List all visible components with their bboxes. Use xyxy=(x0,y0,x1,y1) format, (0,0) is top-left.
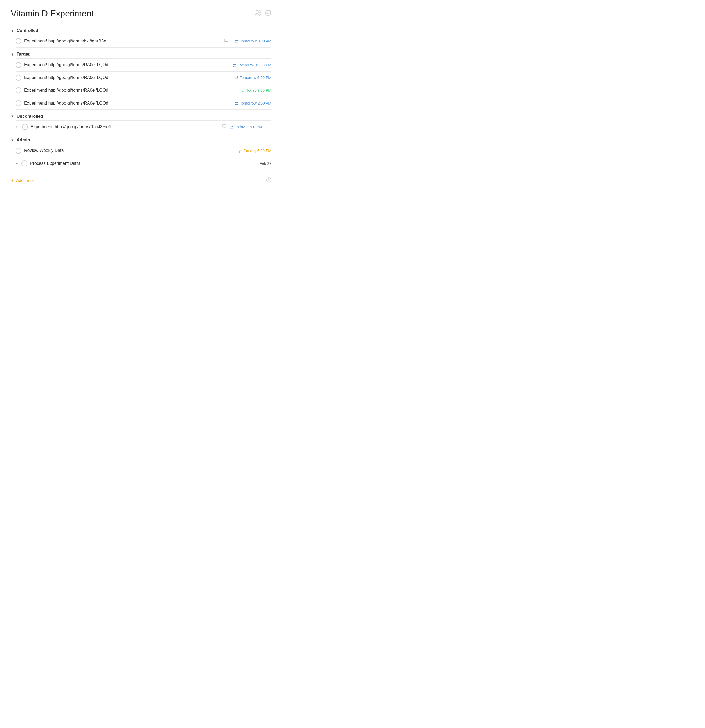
task-checkbox[interactable] xyxy=(16,148,22,154)
task-checkbox[interactable] xyxy=(16,38,22,44)
task-expand-arrow[interactable]: ▶ xyxy=(16,162,19,165)
header-icons xyxy=(255,10,271,18)
task-text: Review Weekly Data xyxy=(24,147,236,153)
history-icon[interactable] xyxy=(266,177,271,184)
task-item: Experiment! http://goo.gl/forms/RA0eifLQ… xyxy=(16,58,271,71)
task-checkbox[interactable] xyxy=(22,160,27,166)
section-title-target: Target xyxy=(17,52,30,57)
task-item: Experiment! http://goo.gl/forms/RA0eifLQ… xyxy=(16,97,271,110)
repeat-icon xyxy=(235,101,239,105)
due-date[interactable]: Tomorrow 5:00 PM xyxy=(235,75,271,80)
settings-icon[interactable] xyxy=(265,10,271,18)
section-target: ▼ Target Experiment! http://goo.gl/forms… xyxy=(11,50,271,110)
section-arrow-target: ▼ xyxy=(11,52,14,56)
add-task-row: + Add Task xyxy=(11,172,271,186)
due-date-text: Tomorrow 12:00 PM xyxy=(238,63,271,67)
due-date[interactable]: Feb 27 xyxy=(260,161,271,166)
add-task-label: Add Task xyxy=(16,178,34,183)
repeat-icon xyxy=(238,149,242,153)
task-meta: Tomorrow 12:00 PM xyxy=(233,63,271,67)
task-item: Experiment! http://goo.gl/forms/RA0eifLQ… xyxy=(16,84,271,97)
section-arrow-uncontrolled: ▼ xyxy=(11,114,14,118)
section-header-controlled[interactable]: ▼ Controlled xyxy=(11,26,271,35)
task-meta: Tomorrow 5:00 PM xyxy=(235,75,271,80)
task-checkbox[interactable] xyxy=(16,75,22,81)
section-header-uncontrolled[interactable]: ▼ Uncontrolled xyxy=(11,112,271,120)
task-text: Experiment! http://goo.gl/forms/RA0eifLQ… xyxy=(24,100,232,106)
task-checkbox[interactable] xyxy=(22,124,28,130)
svg-rect-3 xyxy=(222,125,226,127)
due-date-text: Feb 27 xyxy=(260,161,271,166)
task-text: Experiment! http://goo.gl/forms/RA0eifLQ… xyxy=(24,62,230,68)
due-date-text: Tomorrow 2:00 AM xyxy=(240,101,271,105)
task-meta: Tomorrow 2:00 AM xyxy=(235,101,271,105)
task-link[interactable]: http://goo.gl/forms/bkI8qnrR5e xyxy=(48,39,106,43)
comment-icon xyxy=(222,124,226,130)
task-text: Process Experiment Data! xyxy=(30,160,257,166)
more-options-button[interactable]: ··· xyxy=(265,124,271,130)
task-meta: Today 11:00 PM ··· xyxy=(222,124,271,130)
task-link[interactable]: http://goo.gl/forms/RcnJ3Yiofl xyxy=(55,124,111,129)
task-checkbox[interactable] xyxy=(16,62,22,68)
section-title-controlled: Controlled xyxy=(17,28,38,33)
due-date[interactable]: Tomorrow 2:00 AM xyxy=(235,101,271,105)
task-item: Experiment! http://goo.gl/forms/RA0eifLQ… xyxy=(16,71,271,84)
task-text: Experiment! http://goo.gl/forms/bkI8qnrR… xyxy=(24,38,221,44)
task-meta: Today 9:00 PM xyxy=(241,88,271,92)
section-controlled: ▼ Controlled Experiment! http://goo.gl/f… xyxy=(11,26,271,48)
task-text: Experiment! http://goo.gl/forms/RcnJ3Yio… xyxy=(31,124,219,130)
repeat-icon xyxy=(235,39,239,43)
due-date[interactable]: Today 9:00 PM xyxy=(241,88,271,92)
section-title-uncontrolled: Uncontrolled xyxy=(17,114,43,119)
task-item: ≡Experiment! http://goo.gl/forms/RcnJ3Yi… xyxy=(16,120,271,133)
task-checkbox[interactable] xyxy=(16,100,22,106)
comment-count: 1 xyxy=(229,39,232,43)
section-arrow-controlled: ▼ xyxy=(11,29,14,33)
svg-rect-2 xyxy=(224,39,228,42)
repeat-icon xyxy=(235,75,239,80)
repeat-icon xyxy=(230,125,234,129)
svg-point-1 xyxy=(259,11,261,13)
task-list-controlled: Experiment! http://goo.gl/forms/bkI8qnrR… xyxy=(16,35,271,48)
comment-badge[interactable] xyxy=(222,124,226,130)
section-uncontrolled: ▼ Uncontrolled ≡Experiment! http://goo.g… xyxy=(11,112,271,133)
section-arrow-admin: ▼ xyxy=(11,138,14,142)
task-list-admin: Review Weekly Data Sunday 6:00 PM ▶Proce… xyxy=(16,144,271,170)
section-admin: ▼ Admin Review Weekly Data Sunday 6:00 P… xyxy=(11,136,271,170)
task-text: Experiment! http://goo.gl/forms/RA0eifLQ… xyxy=(24,75,232,81)
task-meta: 1 Tomorrow 8:00 AM xyxy=(224,39,271,44)
drag-handle[interactable]: ≡ xyxy=(16,125,19,129)
page-title: Vitamin D Experiment xyxy=(11,9,94,19)
task-text: Experiment! http://goo.gl/forms/RA0eifLQ… xyxy=(24,87,239,93)
task-meta: Feb 27 xyxy=(260,161,271,166)
comment-icon xyxy=(224,39,228,44)
due-date-text: Today 9:00 PM xyxy=(247,88,271,92)
repeat-icon xyxy=(233,63,236,67)
plus-icon: + xyxy=(11,178,14,183)
section-title-admin: Admin xyxy=(17,138,30,143)
due-date[interactable]: Tomorrow 12:00 PM xyxy=(233,63,271,67)
add-task-button[interactable]: + Add Task xyxy=(11,178,33,183)
comment-badge[interactable]: 1 xyxy=(224,39,232,44)
due-date[interactable]: Tomorrow 8:00 AM xyxy=(235,39,271,43)
section-header-target[interactable]: ▼ Target xyxy=(11,50,271,58)
sections-container: ▼ Controlled Experiment! http://goo.gl/f… xyxy=(11,26,271,170)
svg-point-0 xyxy=(256,10,258,13)
header: Vitamin D Experiment xyxy=(11,9,271,19)
due-date-text: Today 11:00 PM xyxy=(235,125,262,129)
task-item: Experiment! http://goo.gl/forms/bkI8qnrR… xyxy=(16,35,271,48)
task-list-target: Experiment! http://goo.gl/forms/RA0eifLQ… xyxy=(16,58,271,110)
team-icon[interactable] xyxy=(255,10,262,17)
task-item: Review Weekly Data Sunday 6:00 PM xyxy=(16,144,271,157)
repeat-icon xyxy=(241,88,245,92)
due-date-text: Sunday 6:00 PM xyxy=(244,149,271,153)
task-list-uncontrolled: ≡Experiment! http://goo.gl/forms/RcnJ3Yi… xyxy=(16,120,271,133)
due-date[interactable]: Sunday 6:00 PM xyxy=(238,149,271,153)
task-meta: Sunday 6:00 PM xyxy=(238,149,271,153)
task-checkbox[interactable] xyxy=(16,87,22,93)
section-header-admin[interactable]: ▼ Admin xyxy=(11,136,271,144)
due-date[interactable]: Today 11:00 PM xyxy=(230,125,262,129)
task-item: ▶Process Experiment Data! Feb 27 xyxy=(16,157,271,170)
due-date-text: Tomorrow 5:00 PM xyxy=(240,75,271,80)
app-container: Vitamin D Experiment ▼ Controlled Experi xyxy=(11,9,271,186)
